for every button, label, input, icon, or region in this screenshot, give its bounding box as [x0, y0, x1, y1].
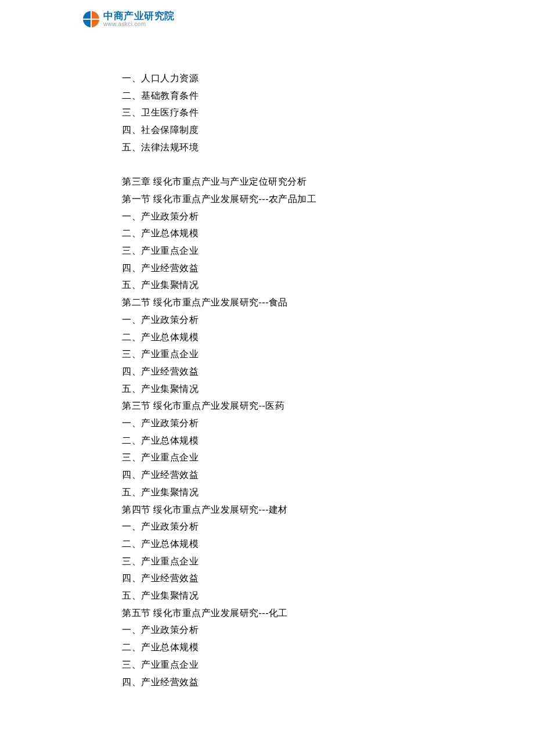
outline-item: 二、产业总体规模 — [122, 225, 447, 242]
outline-item: 五、产业集聚情况 — [122, 484, 447, 501]
outline-item: 三、产业重点企业 — [122, 656, 447, 674]
outline-item: 三、卫生医疗条件 — [122, 104, 447, 121]
brand-title: 中商产业研究院 — [103, 11, 175, 21]
page-header: 中商产业研究院 www.askci.com — [82, 10, 175, 28]
outline-item: 四、产业经营效益 — [122, 363, 447, 380]
logo-icon — [82, 10, 100, 28]
outline-item: 二、产业总体规模 — [122, 432, 447, 449]
outline-item: 二、产业总体规模 — [122, 329, 447, 346]
section-heading: 第一节 绥化市重点产业发展研究---农产品加工 — [122, 190, 447, 208]
outline-item: 二、产业总体规模 — [122, 639, 447, 656]
blank-line — [122, 156, 447, 174]
outline-item: 五、产业集聚情况 — [122, 380, 447, 398]
outline-item: 一、人口人力资源 — [122, 70, 447, 87]
section-heading: 第二节 绥化市重点产业发展研究---食品 — [122, 294, 447, 311]
section-heading: 第三节 绥化市重点产业发展研究--医药 — [122, 397, 447, 415]
outline-item: 五、法律法规环境 — [122, 139, 447, 156]
outline-item: 四、产业经营效益 — [122, 466, 447, 484]
outline-item: 二、基础教育条件 — [122, 87, 447, 105]
outline-item: 三、产业重点企业 — [122, 242, 447, 260]
outline-item: 一、产业政策分析 — [122, 208, 447, 225]
outline-item: 五、产业集聚情况 — [122, 587, 447, 604]
outline-item: 一、产业政策分析 — [122, 621, 447, 639]
outline-item: 四、产业经营效益 — [122, 570, 447, 587]
section-heading: 第五节 绥化市重点产业发展研究---化工 — [122, 604, 447, 622]
brand-subtitle: www.askci.com — [103, 21, 175, 27]
section-heading: 第四节 绥化市重点产业发展研究---建材 — [122, 501, 447, 519]
outline-item: 一、产业政策分析 — [122, 518, 447, 535]
outline-item: 一、产业政策分析 — [122, 311, 447, 329]
outline-item: 三、产业重点企业 — [122, 449, 447, 466]
outline-item: 三、产业重点企业 — [122, 553, 447, 570]
chapter-heading: 第三章 绥化市重点产业与产业定位研究分析 — [122, 173, 447, 190]
outline-item: 二、产业总体规模 — [122, 535, 447, 553]
outline-item: 五、产业集聚情况 — [122, 276, 447, 294]
document-body: 一、人口人力资源 二、基础教育条件 三、卫生医疗条件 四、社会保障制度 五、法律… — [122, 70, 447, 690]
outline-item: 一、产业政策分析 — [122, 415, 447, 432]
svg-rect-1 — [82, 19, 100, 20]
outline-item: 四、产业经营效益 — [122, 260, 447, 277]
outline-item: 三、产业重点企业 — [122, 345, 447, 363]
logo-text: 中商产业研究院 www.askci.com — [103, 11, 175, 27]
outline-item: 四、社会保障制度 — [122, 121, 447, 139]
outline-item: 四、产业经营效益 — [122, 674, 447, 691]
